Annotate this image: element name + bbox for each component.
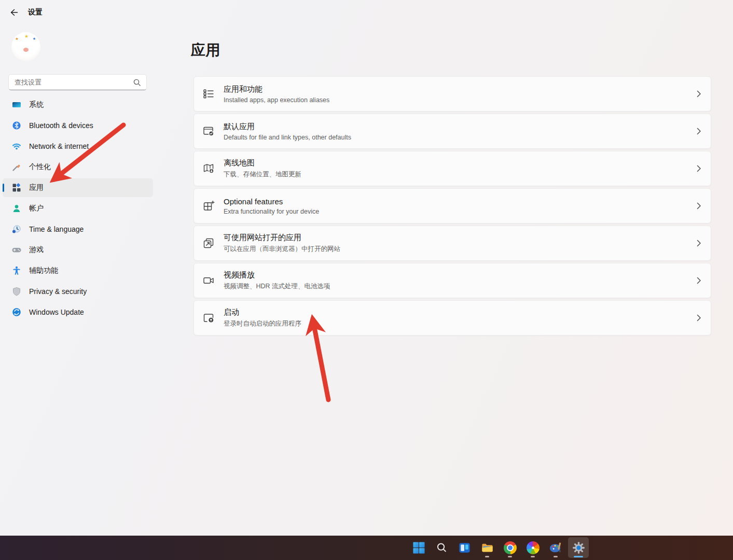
chrome-icon bbox=[504, 541, 517, 554]
avatar-decoration: ✦ bbox=[32, 36, 37, 42]
search-input[interactable] bbox=[9, 78, 133, 86]
gear-icon bbox=[572, 541, 585, 554]
clock-icon bbox=[11, 224, 22, 234]
card-default-apps[interactable]: 默认应用 Defaults for file and link types, o… bbox=[193, 114, 711, 149]
task-view-icon bbox=[458, 541, 471, 554]
sidebar-item-accounts[interactable]: 帐户 bbox=[3, 199, 153, 218]
pinwheel-browser-icon bbox=[527, 541, 540, 554]
back-arrow-icon bbox=[9, 8, 18, 17]
sidebar-item-label: Windows Update bbox=[29, 308, 84, 316]
paintbrush-icon bbox=[11, 162, 22, 172]
sidebar-item-gaming[interactable]: 游戏 bbox=[3, 241, 153, 259]
sidebar-item-label: Time & language bbox=[29, 225, 84, 233]
card-subtitle: 可以在应用（而非浏览器）中打开的网站 bbox=[224, 245, 340, 254]
card-startup[interactable]: 启动 登录时自动启动的应用程序 bbox=[193, 300, 711, 335]
card-apps-for-websites[interactable]: 可使用网站打开的应用 可以在应用（而非浏览器）中打开的网站 bbox=[193, 226, 711, 261]
window-title: 设置 bbox=[28, 8, 43, 17]
card-optional-features[interactable]: Optional features Extra functionality fo… bbox=[193, 188, 711, 223]
sidebar-item-privacy-security[interactable]: Privacy & security bbox=[3, 282, 153, 301]
windows-logo-icon bbox=[412, 541, 425, 554]
sidebar-item-label: Bluetooth & devices bbox=[29, 121, 93, 130]
card-title: 视频播放 bbox=[224, 270, 330, 280]
card-title: 可使用网站打开的应用 bbox=[224, 233, 340, 243]
file-explorer-button[interactable] bbox=[477, 537, 497, 558]
card-title: 应用和功能 bbox=[224, 85, 329, 94]
open-with-website-icon bbox=[202, 237, 215, 249]
chevron-right-icon bbox=[697, 277, 701, 284]
apps-icon bbox=[11, 183, 22, 193]
startup-icon bbox=[202, 312, 215, 324]
sidebar-item-label: 帐户 bbox=[29, 204, 44, 213]
accessibility-person-icon bbox=[11, 265, 22, 276]
paint-button[interactable] bbox=[545, 537, 566, 558]
sidebar-item-label: 系统 bbox=[29, 100, 44, 109]
sidebar-item-label: 应用 bbox=[29, 183, 44, 192]
sidebar-item-personalization[interactable]: 个性化 bbox=[3, 158, 153, 176]
paint-palette-icon bbox=[549, 541, 562, 554]
shield-icon bbox=[11, 286, 22, 297]
sidebar: ✦ ★ ✦ 系统 Blue bbox=[0, 25, 156, 536]
chrome-button[interactable] bbox=[500, 537, 520, 558]
card-apps-features[interactable]: 应用和功能 Installed apps, app execution alia… bbox=[193, 76, 711, 111]
sidebar-item-accessibility[interactable]: 辅助功能 bbox=[3, 261, 153, 280]
card-subtitle: 视频调整、HDR 流式处理、电池选项 bbox=[224, 282, 330, 291]
apps-features-icon bbox=[202, 88, 215, 100]
file-explorer-icon bbox=[481, 541, 494, 554]
card-title: 离线地图 bbox=[224, 158, 301, 168]
settings-cards: 应用和功能 Installed apps, app execution alia… bbox=[193, 76, 711, 335]
video-playback-icon bbox=[202, 274, 215, 287]
settings-search-box bbox=[8, 74, 147, 90]
sidebar-item-label: Privacy & security bbox=[29, 287, 87, 296]
avatar-decoration: ✦ bbox=[15, 36, 20, 42]
default-apps-icon bbox=[202, 125, 215, 137]
search-icon bbox=[435, 541, 448, 554]
avatar-decoration: ★ bbox=[24, 34, 29, 39]
sidebar-item-label: Network & internet bbox=[29, 142, 89, 150]
chevron-right-icon bbox=[697, 128, 701, 135]
main-content: 应用 应用和功能 Installed apps, app execution a… bbox=[191, 25, 711, 335]
sidebar-item-system[interactable]: 系统 bbox=[3, 95, 153, 114]
card-subtitle: Installed apps, app execution aliases bbox=[224, 96, 329, 104]
chevron-right-icon bbox=[697, 90, 701, 97]
optional-features-icon bbox=[202, 200, 215, 212]
sidebar-nav: 系统 Bluetooth & devices Network & interne… bbox=[0, 95, 156, 324]
card-title: Optional features bbox=[224, 197, 319, 206]
taskbar bbox=[0, 536, 733, 560]
back-button[interactable] bbox=[5, 5, 22, 20]
pinwheel-browser-button[interactable] bbox=[522, 537, 543, 558]
chevron-right-icon bbox=[697, 240, 701, 247]
chevron-right-icon bbox=[697, 165, 701, 172]
taskbar-search-button[interactable] bbox=[431, 537, 452, 558]
page-title: 应用 bbox=[191, 40, 711, 60]
settings-button[interactable] bbox=[568, 537, 589, 558]
chevron-right-icon bbox=[697, 314, 701, 321]
wifi-icon bbox=[11, 141, 22, 151]
card-title: 启动 bbox=[224, 307, 301, 317]
card-subtitle: 登录时自动启动的应用程序 bbox=[224, 319, 301, 328]
search-icon[interactable] bbox=[133, 78, 141, 87]
bluetooth-icon bbox=[11, 120, 22, 131]
sidebar-item-bluetooth-devices[interactable]: Bluetooth & devices bbox=[3, 116, 153, 135]
update-refresh-icon bbox=[11, 307, 22, 317]
card-offline-maps[interactable]: 离线地图 下载、存储位置、地图更新 bbox=[193, 151, 711, 186]
sidebar-item-label: 辅助功能 bbox=[29, 266, 58, 275]
card-video-playback[interactable]: 视频播放 视频调整、HDR 流式处理、电池选项 bbox=[193, 263, 711, 298]
sidebar-item-windows-update[interactable]: Windows Update bbox=[3, 303, 153, 321]
sidebar-item-label: 游戏 bbox=[29, 245, 44, 255]
user-avatar[interactable]: ✦ ★ ✦ bbox=[11, 32, 40, 61]
task-view-button[interactable] bbox=[454, 537, 475, 558]
game-controller-icon bbox=[11, 245, 22, 255]
system-icon bbox=[11, 100, 22, 110]
settings-window: 设置 ✦ ★ ✦ 系统 bbox=[0, 0, 733, 560]
sidebar-item-label: 个性化 bbox=[29, 162, 51, 172]
start-button[interactable] bbox=[408, 537, 429, 558]
sidebar-item-time-language[interactable]: Time & language bbox=[3, 220, 153, 239]
avatar-decoration bbox=[23, 48, 29, 52]
account-person-icon bbox=[11, 203, 22, 214]
card-subtitle: 下载、存储位置、地图更新 bbox=[224, 170, 301, 179]
sidebar-item-apps[interactable]: 应用 bbox=[3, 178, 153, 197]
card-subtitle: Extra functionality for your device bbox=[224, 208, 319, 215]
titlebar: 设置 bbox=[0, 0, 43, 25]
chevron-right-icon bbox=[697, 202, 701, 209]
sidebar-item-network-internet[interactable]: Network & internet bbox=[3, 137, 153, 156]
